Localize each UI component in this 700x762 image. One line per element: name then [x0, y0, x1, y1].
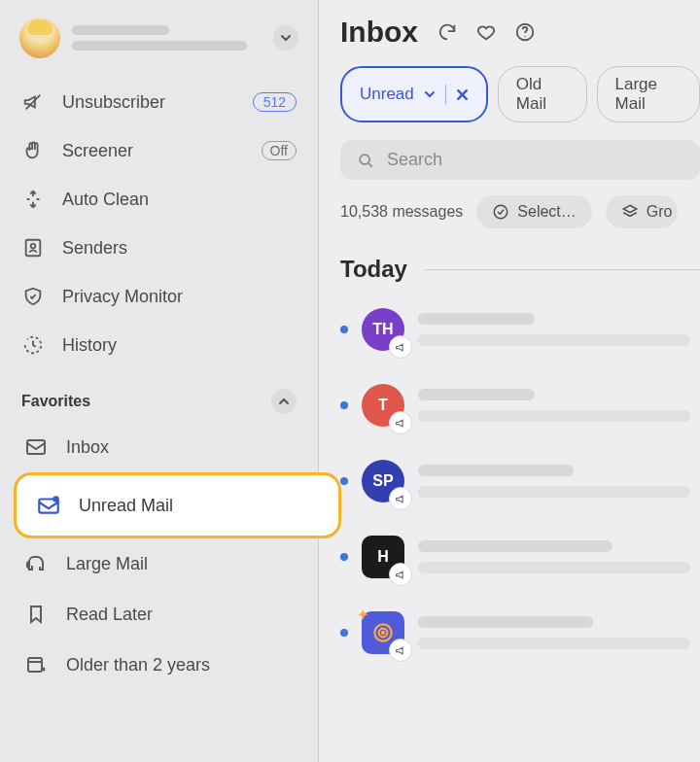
fav-label: Older than 2 years	[66, 655, 210, 675]
svg-point-7	[524, 36, 525, 37]
heart-icon[interactable]	[474, 20, 498, 44]
contacts-icon	[21, 237, 45, 259]
megaphone-icon	[389, 335, 412, 359]
calendar-old-icon	[23, 653, 49, 676]
main-pane: Inbox Unread Old Mail Large Mail	[319, 0, 700, 762]
svg-rect-5	[28, 658, 42, 672]
fav-inbox[interactable]: Inbox	[6, 422, 312, 472]
svg-point-8	[360, 155, 369, 164]
message-row[interactable]: T	[340, 384, 700, 427]
svg-point-12	[382, 632, 384, 634]
check-circle-icon	[492, 203, 509, 221]
fav-older[interactable]: Older than 2 years	[6, 640, 312, 690]
megaphone-icon	[389, 639, 412, 662]
help-icon[interactable]	[513, 20, 537, 44]
megaphone-icon	[389, 411, 412, 434]
select-label: Select…	[517, 203, 576, 221]
megaphone-mute-icon	[21, 91, 45, 113]
nav-autoclean[interactable]: Auto Clean	[6, 175, 312, 224]
message-row[interactable]: SP	[340, 460, 700, 502]
nav-screener[interactable]: Screener Off	[6, 126, 312, 175]
filter-old[interactable]: Old Mail	[498, 66, 587, 122]
elephant-icon	[23, 552, 49, 575]
unread-dot	[340, 477, 348, 485]
svg-rect-2	[27, 440, 45, 454]
inbox-icon	[23, 435, 49, 459]
fav-label: Unread Mail	[79, 496, 173, 516]
nav-label: Privacy Monitor	[62, 287, 297, 307]
message-preview	[418, 313, 700, 346]
message-preview	[418, 465, 700, 498]
message-row[interactable]: TH	[340, 308, 700, 351]
unread-mail-icon	[36, 493, 61, 518]
autoclean-icon	[21, 189, 45, 210]
nav-senders[interactable]: Senders	[6, 224, 312, 272]
filter-unread[interactable]: Unread	[340, 66, 488, 122]
nav-unsubscriber[interactable]: Unsubscriber 512	[6, 78, 312, 126]
message-preview	[418, 616, 700, 649]
fav-label: Read Later	[66, 605, 153, 625]
fav-label: Inbox	[66, 437, 109, 458]
sender-avatar: TH	[362, 308, 404, 351]
chevron-down-icon	[424, 88, 436, 100]
user-info	[72, 25, 262, 51]
primary-nav: Unsubscriber 512 Screener Off Auto Clean…	[0, 72, 318, 369]
favorites-title: Favorites	[21, 393, 90, 410]
hand-icon	[21, 140, 45, 161]
history-icon	[21, 334, 45, 356]
shield-icon	[21, 286, 45, 307]
message-count: 10,538 messages	[340, 203, 463, 221]
fav-large[interactable]: Large Mail	[6, 538, 312, 589]
section-header: Today	[340, 256, 700, 283]
page-title: Inbox	[340, 16, 418, 49]
nav-history[interactable]: History	[6, 321, 312, 369]
search-input[interactable]: Search	[340, 140, 700, 180]
group-button[interactable]: Gro	[606, 195, 679, 228]
group-label: Gro	[647, 203, 673, 221]
sender-avatar: ✦	[362, 611, 404, 654]
favorites-header: Favorites	[0, 369, 318, 422]
nav-label: Auto Clean	[62, 190, 297, 210]
unread-dot	[340, 629, 348, 637]
section-title: Today	[340, 256, 407, 283]
chip-label: Large Mail	[615, 75, 682, 114]
svg-point-9	[495, 205, 508, 219]
unread-dot	[340, 326, 348, 333]
nav-label: History	[62, 335, 297, 356]
chip-label: Unread	[360, 85, 414, 104]
count-badge: 512	[253, 92, 297, 112]
unread-dot	[340, 553, 348, 561]
bookmark-icon	[23, 603, 49, 626]
nav-label: Senders	[62, 238, 297, 259]
message-row[interactable]: H	[340, 536, 700, 578]
sender-avatar: T	[362, 384, 404, 427]
megaphone-icon	[389, 563, 412, 586]
message-preview	[418, 389, 700, 422]
sender-avatar: SP	[362, 460, 404, 502]
account-switcher[interactable]	[0, 12, 318, 72]
chevron-up-icon[interactable]	[271, 389, 297, 414]
chevron-down-icon[interactable]	[273, 25, 298, 51]
select-button[interactable]: Select…	[476, 195, 591, 228]
nav-privacy[interactable]: Privacy Monitor	[6, 272, 312, 321]
search-placeholder: Search	[387, 150, 442, 170]
message-row[interactable]: ✦	[340, 611, 700, 654]
chip-label: Old Mail	[516, 75, 569, 114]
filter-chips: Unread Old Mail Large Mail	[340, 66, 700, 122]
message-preview	[418, 540, 700, 573]
unread-dot	[340, 401, 348, 409]
filter-large[interactable]: Large Mail	[597, 66, 700, 122]
sender-avatar: H	[362, 536, 404, 578]
title-row: Inbox	[340, 16, 700, 49]
svg-point-1	[31, 244, 36, 249]
clear-filter-icon[interactable]	[456, 88, 469, 101]
search-icon	[356, 151, 375, 170]
megaphone-icon	[389, 487, 412, 510]
fav-read-later[interactable]: Read Later	[6, 589, 312, 640]
nav-label: Unsubscriber	[62, 92, 235, 113]
favorites-list: Inbox Unread Mail Large Mail Read Later …	[0, 422, 318, 690]
fav-unread[interactable]: Unread Mail	[14, 472, 341, 538]
meta-row: 10,538 messages Select… Gro	[340, 195, 700, 228]
sidebar: Unsubscriber 512 Screener Off Auto Clean…	[0, 0, 319, 762]
refresh-icon[interactable]	[436, 20, 459, 44]
